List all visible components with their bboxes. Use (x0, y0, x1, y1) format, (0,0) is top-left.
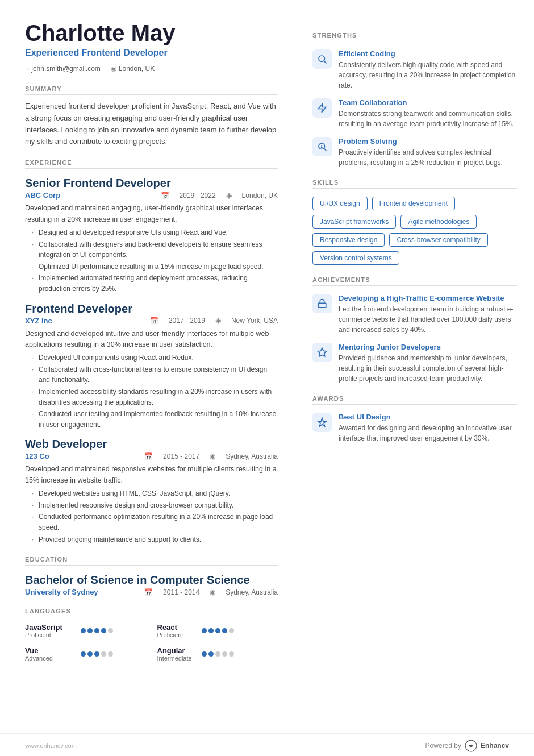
skill-6: Cross-browser compatibility (389, 233, 487, 247)
job-1: Senior Frontend Developer ABC Corp 📅 201… (25, 177, 278, 294)
edu-school: University of Sydney (25, 588, 98, 596)
achievement-2-title: Mentoring Junior Developers (339, 343, 517, 351)
job-2-bullet-2: Collaborated with cross-functional teams… (32, 364, 278, 385)
job-1-title: Senior Frontend Developer (25, 177, 278, 190)
summary-label: SUMMARY (25, 85, 278, 95)
job-3-meta-row: 123 Co 📅 2015 - 2017 ◉ Sydney, Australia (25, 452, 278, 460)
languages-label: LANGUAGES (25, 608, 278, 617)
job-3-years: 2015 - 2017 (163, 452, 199, 460)
job-1-company: ABC Corp (25, 191, 60, 200)
lang-react-name: React (157, 623, 197, 632)
job-2-years-icon: 📅 (150, 317, 158, 325)
dot (215, 628, 220, 633)
strength-2-desc: Demonstrates strong teamwork and communi… (339, 109, 517, 129)
job-1-desc: Developed and maintained engaging, user-… (25, 203, 278, 225)
email-value: john.smith@gmail.com (31, 65, 101, 73)
job-3: Web Developer 123 Co 📅 2015 - 2017 ◉ Syd… (25, 438, 278, 545)
lang-vue-dots (81, 651, 113, 657)
strength-1-desc: Consistently delivers high-quality code … (339, 60, 517, 90)
edu-loc-icon: ◉ (210, 588, 215, 596)
strength-2-title: Team Collaboration (339, 98, 517, 107)
job-2-bullet-3: Implemented accessibility standards resu… (32, 387, 278, 408)
achievements-label: ACHIEVEMENTS (312, 276, 517, 286)
dot (222, 628, 227, 633)
lang-js: JavaScript Proficient (25, 623, 146, 638)
dot (87, 651, 93, 657)
job-3-meta: 📅 2015 - 2017 ◉ Sydney, Australia (144, 452, 278, 460)
job-1-bullet-2: Collaborated with designers and back-end… (32, 239, 278, 260)
dot (108, 628, 113, 633)
education-label: EDUCATION (25, 556, 278, 566)
job-2-meta: 📅 2017 - 2019 ◉ New York, USA (150, 317, 278, 325)
edu-years-icon: 📅 (144, 588, 153, 596)
job-3-bullet-4: Provided ongoing maintenance and support… (32, 534, 278, 545)
lang-vue: Vue Advanced (25, 646, 146, 662)
skills-container: UI/UX design Frontend development JavaSc… (312, 197, 517, 265)
job-1-bullets: Designed and developed responsive UIs us… (32, 227, 278, 294)
strength-3-title: Problem Solving (339, 137, 517, 146)
job-1-loc-icon: ◉ (226, 192, 232, 200)
job-2-years: 2017 - 2019 (169, 317, 205, 325)
award-icon (312, 413, 332, 432)
person-name: Charlotte May (25, 20, 278, 45)
edu-location: Sydney, Australia (226, 588, 278, 596)
skill-3: JavaScript frameworks (312, 215, 396, 229)
job-3-bullet-1: Developed websites using HTML, CSS, Java… (32, 488, 278, 499)
job-3-years-icon: 📅 (144, 452, 153, 460)
dot (229, 628, 234, 633)
edu-meta: 📅 2011 - 2014 ◉ Sydney, Australia (144, 588, 278, 596)
lang-angular-level: Intermediate (157, 655, 195, 662)
achievement-1-desc: Led the frontend development team in bui… (339, 304, 517, 335)
edu-degree: Bachelor of Science in Computer Science (25, 574, 278, 587)
job-3-bullet-2: Implemented responsive design and cross-… (32, 500, 278, 511)
job-2-title: Frontend Developer (25, 302, 278, 315)
job-1-location: London, UK (242, 192, 278, 200)
job-2-bullets: Developed UI components using React and … (32, 352, 278, 430)
job-1-years-icon: 📅 (161, 192, 169, 200)
email-contact: ○ john.smith@gmail.com (25, 65, 101, 73)
lang-angular-name: Angular (157, 646, 197, 655)
job-2-loc-icon: ◉ (215, 317, 221, 325)
person-title: Experienced Frontend Developer (25, 48, 278, 58)
job-2-desc: Designed and developed intuitive and use… (25, 329, 278, 351)
strengths-label: STRENGTHS (312, 32, 517, 41)
dot (202, 628, 207, 633)
strength-2-content: Team Collaboration Demonstrates strong t… (339, 98, 517, 129)
svg-line-4 (324, 148, 326, 151)
strength-3-content: Problem Solving Proactively identifies a… (339, 137, 517, 168)
email-icon: ○ (25, 65, 29, 73)
strength-1-title: Efficient Coding (339, 49, 517, 58)
lang-js-level: Proficient (25, 632, 74, 638)
footer-website: www.enhancv.com (25, 742, 77, 749)
award-1: Best UI Design Awarded for designing and… (312, 413, 517, 443)
dot (202, 651, 207, 657)
location-contact: ◉ London, UK (111, 65, 155, 73)
lang-js-name: JavaScript (25, 623, 76, 632)
location-icon: ◉ (111, 65, 116, 73)
job-3-loc-icon: ◉ (210, 452, 215, 460)
edu-years: 2011 - 2014 (163, 588, 199, 596)
achievement-1-content: Developing a High-Traffic E-commerce Web… (339, 294, 517, 335)
dot (87, 628, 93, 633)
lang-js-dots (81, 628, 113, 633)
svg-marker-8 (318, 348, 327, 356)
edu-meta-row: University of Sydney 📅 2011 - 2014 ◉ Syd… (25, 588, 278, 596)
lang-angular-dots (202, 651, 234, 657)
achievement-1: Developing a High-Traffic E-commerce Web… (312, 294, 517, 335)
svg-point-6 (322, 147, 322, 148)
ecommerce-icon (312, 294, 332, 313)
job-1-bullet-1: Designed and developed responsive UIs us… (32, 227, 278, 238)
achievement-2-content: Mentoring Junior Developers Provided gui… (339, 343, 517, 384)
svg-line-1 (324, 61, 326, 63)
dot (101, 628, 106, 633)
job-2-bullet-4: Conducted user testing and implemented f… (32, 409, 278, 430)
dot (108, 651, 113, 657)
strength-3: Problem Solving Proactively identifies a… (312, 137, 517, 168)
lang-react-level: Proficient (157, 632, 195, 638)
dot (229, 651, 234, 657)
job-2-company: XYZ Inc (25, 317, 52, 325)
job-2-meta-row: XYZ Inc 📅 2017 - 2019 ◉ New York, USA (25, 317, 278, 325)
job-3-bullet-3: Conducted performance optimization resul… (32, 512, 278, 533)
summary-text: Experienced frontend developer proficien… (25, 101, 278, 148)
job-1-bullet-3: Optimized UI performance resulting in a … (32, 261, 278, 272)
